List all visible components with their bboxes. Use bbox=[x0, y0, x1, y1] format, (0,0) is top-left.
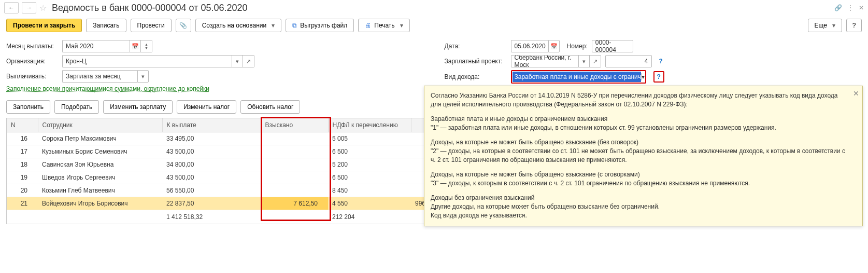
dropdown-icon[interactable]: ▾ bbox=[232, 55, 243, 67]
col-employee[interactable]: Сотрудник bbox=[38, 118, 162, 132]
cell-n: 16 bbox=[7, 132, 38, 145]
tooltip-section-3: Доходы, на которые не может быть обращен… bbox=[431, 170, 849, 188]
tooltip-section-4: Доходы без ограничения взысканийДругие д… bbox=[431, 194, 849, 221]
cell-collected bbox=[261, 184, 328, 197]
pay-month-label: Месяц выплаты: bbox=[6, 43, 58, 50]
close-icon[interactable]: ✕ bbox=[859, 4, 864, 11]
salary-project-label: Зарплатный проект: bbox=[445, 58, 507, 65]
kebab-menu-icon[interactable]: ⋮ bbox=[847, 4, 853, 11]
nav-forward-button[interactable]: → bbox=[22, 2, 36, 13]
cell-pay: 22 837,50 bbox=[162, 197, 261, 210]
cell-n: 17 bbox=[7, 145, 38, 158]
cell-employee: Козьмин Глеб Матвеевич bbox=[38, 184, 162, 197]
income-type-tooltip: ✕ Согласно Указанию Банка России от 14.1… bbox=[424, 86, 863, 224]
cell-ndfl: 5 005 bbox=[328, 132, 411, 145]
main-toolbar: Провести и закрыть Записать Провести 📎 С… bbox=[0, 16, 868, 35]
calendar-icon[interactable]: 📅 bbox=[548, 40, 560, 52]
cell-collected bbox=[261, 132, 328, 145]
fill-settings-link[interactable]: Заполнение всеми причитающимися суммами,… bbox=[6, 85, 209, 92]
dropdown-icon[interactable]: ▾ bbox=[578, 55, 590, 67]
pay-month-input[interactable]: Май 2020 bbox=[62, 40, 130, 52]
cell-pay: 43 500,00 bbox=[162, 171, 261, 184]
tooltip-close-icon[interactable]: ✕ bbox=[853, 88, 859, 99]
dropdown-icon[interactable]: ▾ bbox=[137, 70, 149, 83]
export-file-button[interactable]: ⧉Выгрузить файл bbox=[286, 19, 354, 32]
cell-employee: Войцехович Игорь Борисович bbox=[38, 197, 162, 210]
total-ndfl: 212 204 bbox=[328, 210, 411, 224]
date-label: Дата: bbox=[445, 43, 507, 50]
tooltip-intro: Согласно Указанию Банка России от 14.10.… bbox=[431, 91, 849, 110]
org-input[interactable]: Крон-Ц bbox=[62, 55, 232, 67]
payout-label: Выплачивать: bbox=[6, 73, 58, 80]
cell-employee: Савинская Зоя Юрьевна bbox=[38, 158, 162, 171]
print-button[interactable]: 🖨Печать bbox=[358, 19, 409, 32]
cell-n: 20 bbox=[7, 184, 38, 197]
cell-pay: 43 500,00 bbox=[162, 145, 261, 158]
favorite-star-icon[interactable]: ☆ bbox=[39, 3, 47, 13]
fill-button[interactable]: Заполнить bbox=[6, 100, 50, 114]
calendar-icon[interactable]: 📅 bbox=[130, 40, 141, 52]
cell-employee: Шведов Игорь Сергеевич bbox=[38, 171, 162, 184]
update-tax-button[interactable]: Обновить налог bbox=[240, 100, 300, 114]
dropdown-icon[interactable]: ▾ bbox=[641, 73, 645, 80]
cell-collected bbox=[261, 158, 328, 171]
number-input[interactable]: 0000-000004 bbox=[592, 40, 633, 52]
cell-n: 21 bbox=[7, 197, 38, 210]
col-ndfl[interactable]: НДФЛ к перечислению bbox=[328, 118, 411, 132]
income-type-select[interactable]: Заработная плата и иные доходы с огранич… bbox=[511, 70, 646, 84]
cell-n: 18 bbox=[7, 158, 38, 171]
create-based-on-button[interactable]: Создать на основании bbox=[195, 19, 282, 32]
tooltip-section-1: Заработная плата и иные доходы с огранич… bbox=[431, 115, 849, 133]
salary-project-input[interactable]: Сбербанк России, г. Моск bbox=[511, 55, 578, 67]
cell-pay: 33 495,00 bbox=[162, 132, 261, 145]
col-n[interactable]: N bbox=[7, 118, 38, 132]
cell-pay: 56 550,00 bbox=[162, 184, 261, 197]
cell-collected bbox=[261, 145, 328, 158]
total-pay: 1 412 518,32 bbox=[162, 210, 261, 224]
change-tax-button[interactable]: Изменить налог bbox=[177, 100, 236, 114]
date-input[interactable]: 05.06.2020 bbox=[511, 40, 548, 52]
cell-ndfl: 5 200 bbox=[328, 158, 411, 171]
cell-collected bbox=[261, 171, 328, 184]
project-help-icon[interactable]: ? bbox=[659, 58, 663, 65]
month-stepper[interactable]: ▲▼ bbox=[141, 40, 152, 52]
pick-button[interactable]: Подобрать bbox=[54, 100, 99, 114]
cell-ndfl: 6 500 bbox=[328, 145, 411, 158]
titlebar: ← → ☆ Ведомость в банк 0000-000004 от 05… bbox=[0, 0, 868, 16]
more-button[interactable]: Еще bbox=[808, 19, 842, 32]
open-icon[interactable]: ↗ bbox=[590, 55, 601, 67]
cell-employee: Кузьминых Борис Семенович bbox=[38, 145, 162, 158]
cell-ndfl: 4 550 bbox=[328, 197, 411, 210]
attach-button[interactable]: 📎 bbox=[176, 19, 191, 32]
cell-ndfl: 6 500 bbox=[328, 171, 411, 184]
nav-back-button[interactable]: ← bbox=[4, 2, 19, 13]
page-title: Ведомость в банк 0000-000004 от 05.06.20… bbox=[52, 3, 247, 13]
post-and-close-button[interactable]: Провести и закрыть bbox=[6, 19, 82, 32]
post-button[interactable]: Провести bbox=[131, 19, 172, 32]
cell-n: 19 bbox=[7, 171, 38, 184]
open-icon[interactable]: ↗ bbox=[243, 55, 254, 67]
project-number-input[interactable]: 4 bbox=[605, 55, 652, 67]
cell-pay: 34 800,00 bbox=[162, 158, 261, 171]
help-button[interactable]: ? bbox=[846, 19, 862, 32]
cell-employee: Сорока Петр Максимович bbox=[38, 132, 162, 145]
cell-ndfl: 8 450 bbox=[328, 184, 411, 197]
org-label: Организация: bbox=[6, 58, 58, 65]
link-icon[interactable]: 🔗 bbox=[834, 4, 842, 11]
income-type-label: Вид дохода: bbox=[445, 73, 507, 80]
col-to-pay[interactable]: К выплате bbox=[162, 118, 261, 132]
tooltip-section-2: Доходы, на которые не может быть обращен… bbox=[431, 138, 849, 165]
col-collected[interactable]: Взыскано bbox=[261, 118, 328, 132]
income-help-icon[interactable]: ? bbox=[653, 71, 664, 83]
save-button[interactable]: Записать bbox=[86, 19, 126, 32]
number-label: Номер: bbox=[567, 43, 588, 50]
change-salary-button[interactable]: Изменить зарплату bbox=[103, 100, 173, 114]
cell-collected: 7 612,50 bbox=[261, 197, 328, 210]
payout-input[interactable]: Зарплата за месяц bbox=[62, 70, 137, 83]
